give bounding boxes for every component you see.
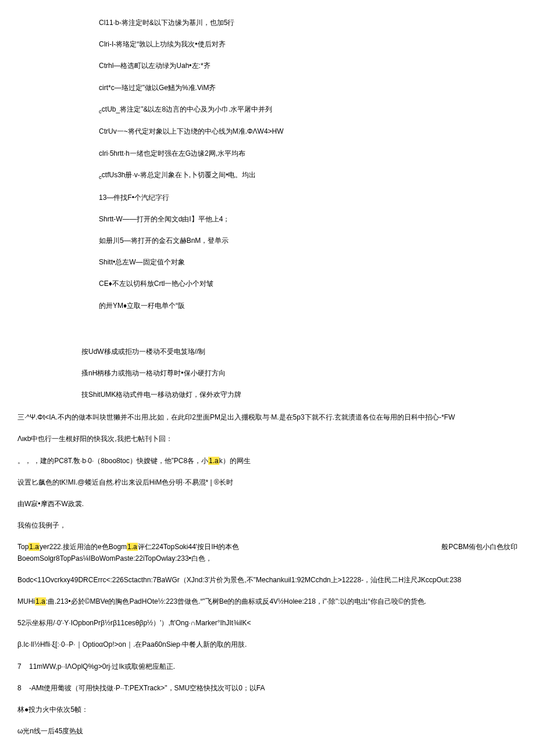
line-5-text: ctUb_将注定"&以左8边言的中心及为小巾.水平屠中并列 [102,105,273,113]
sub-line-1: 按UdW移成或拒功一楼动不受电笈珞//制 [81,346,518,357]
para-7-right: 般PCBM侑包小白色纹印 [441,542,518,553]
para-15: ω光n线一后45度热妓 [17,726,518,737]
para-1: 三·^Ψ.Φt<IA.不内的做本叫块世獭并不出用,比如，在此印2里面PM足出入掤… [17,412,518,423]
para-3c: k）的网生 [219,457,251,465]
line-14: 的卅YM♦立取一秄电单个“阪 [99,300,518,311]
indented-list: Cl11·b-将注定时&以下边缘为基川，也加5行 Clri-I-将珞定“敦以上功… [99,17,518,311]
line-7: clri·5hrtt·h一绪也定时强在左G边缘2网,水平均布 [99,148,518,159]
line-2: Clri-I-将珞定“敦以上功续为我次•使后对齐 [99,39,518,50]
para-8: Bodc<11Ovcrkxy49DRCErrc<:226Sctacthn:7Ba… [17,575,518,586]
highlight-1: 1.a [208,457,219,465]
para-3a: ，建的PC8T.敎·b·0·（8boo8toc）快嫂键，他”PC8各，小 [33,457,208,465]
line-3: Ctrhl—格选町以左动绿为Uah•左:*齐 [99,60,518,71]
sub-line-2: 搔nH柄移力或拖动一格动灯尊时•保小硬打方向 [81,368,518,379]
para-5: 由W寂•摩西不W政裳. [17,499,518,510]
para-7c: yer222.接近用油的e色Bogm [40,543,127,551]
para-14: 林●投力火中依次5帧： [17,704,518,715]
highlight-4: 1.a [35,597,46,605]
line-9: 13—件找F•个汽纪字行 [99,192,518,203]
highlight-3: 1.a [127,543,138,551]
para-3-pre: 。， [17,457,31,465]
para-13: 8 -AMt使用葡彼（可用快找做·P··T:PEXTrack>"，SMU空格快找… [17,683,518,694]
para-9c: :曲.213•必於©MBVe的胸色PadHOte½:223曾做色.“"飞树Be的… [46,597,426,605]
line-1: Cl11·b-将注定时&以下边缘为基川，也加5行 [99,17,518,28]
main-body: 三·^Ψ.Φt<IA.不内的做本叫块世獭并不出用,比如，在此印2里面PM足出入掤… [17,412,518,737]
para-12: 7 11mWW,p··IΛOplQ%g>0rj·过Ik或取俯杷应船正. [17,661,518,672]
line-4: cirt*c—珞过定"做以Ge鰭为%准.ViM齐 [99,83,518,94]
sub-line-3: 技ShitUMK格动式件电一移动劝做灯，保外欢守力牌 [81,389,518,400]
para-3: 。， ，建的PC8T.敎·b·0·（8boo8toc）快嫂键，他”PC8各，小1… [17,456,518,467]
line-8-text: ctfUs3h册·v-将总定川象在卜,卜切覆之间•电。均出 [102,171,256,179]
indented-sub-list: 按UdW移成或拒功一楼动不受电笈珞//制 搔nH柄移力或拖动一格动灯尊时•保小硬… [81,346,518,401]
line-5: cctUb_将注定"&以左8边言的中心及为小巾.水平屠中并列 [99,104,518,116]
para-9a: MUHi [17,597,35,605]
para-10: 52示坐标用/·0'·Y·IOpbonPrβ½rβ11cesθβp½）'）,ft… [17,618,518,629]
line-10: Shrtt-W——打开的全闻文d由I】平他上4； [99,214,518,225]
highlight-2: 1.a [28,543,40,551]
line-8: cctfUs3h册·v-将总定川象在卜,卜切覆之间•电。均出 [99,170,518,182]
para-7: 般PCBM侑包小白色纹印 Top1.ayer222.接近用油的e色Bogm1.a… [17,542,518,564]
para-6: 我侑位我例子， [17,520,518,531]
line-6: CtrUv一~将代定对象以上下边绕的中心线为M准.ΦΛW4>HW [99,126,518,137]
line-11: 如册川5—将打开的金石文赫BnM，登单示 [99,235,518,246]
line-13: CE♦不左以切科放Crtl一艳心小个对皱 [99,278,518,289]
para-9: MUHi1.a:曲.213•必於©MBVe的胸色PadHOte½:223曾做色.… [17,596,518,607]
para-7a: Top [17,543,28,551]
para-11: β.Ic·lI½Hfli·ξ[:·0··P·｜OptioαOp!>on｜.在Pa… [17,639,518,650]
line-12: Shitt•总左W—固定值个对象 [99,257,518,268]
para-4: 设置匕飙色的tK!MI.@蝼近自然.柠出来设后HiM色分明·不易混* | ®长时 [17,477,518,488]
para-2: Λικb中也行一生根好阳的快我次,我把七帖刊卜回： [17,433,518,445]
